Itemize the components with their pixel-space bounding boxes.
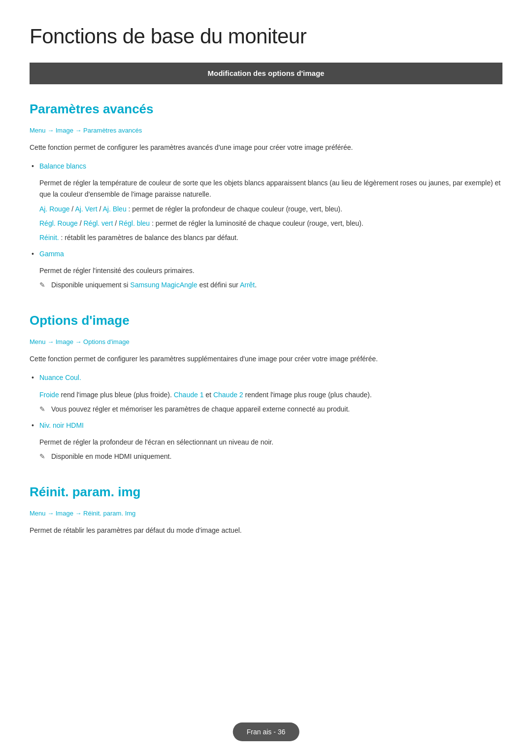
section-options-image: Options d'image Menu → Image → Options d… (30, 310, 502, 462)
balance-blancs-content: Permet de régler la température de coule… (39, 177, 502, 243)
aj-rouge-link[interactable]: Aj. Rouge (39, 205, 69, 213)
line3-suffix: : rétablit les paramètres de balance des… (59, 234, 238, 241)
froide-link[interactable]: Froide (39, 391, 59, 399)
gamma-description: Permet de régler l'intensité des couleur… (39, 265, 502, 276)
line1-suffix: : permet de régler la profondeur de chaq… (127, 205, 342, 213)
bullet-gamma: Gamma (30, 248, 502, 259)
regl-rouge-link[interactable]: Régl. Rouge (39, 219, 78, 227)
parametres-avances-breadcrumb: Menu → Image → Paramètres avancés (30, 126, 502, 136)
nuance-coul-line1: Froide rend l'image plus bleue (plus fro… (39, 389, 502, 401)
samsung-magic-angle-link[interactable]: Samsung MagicAngle (130, 281, 197, 289)
niv-noir-hdmi-content: Permet de régler la profondeur de l'écra… (39, 437, 502, 462)
reinit-title: Réinit. param. img (30, 482, 502, 503)
niv-noir-hdmi-link[interactable]: Niv. noir HDMI (39, 421, 84, 429)
nuance-coul-link[interactable]: Nuance Coul. (39, 374, 81, 381)
reinit-breadcrumb: Menu → Image → Réinit. param. Img (30, 509, 502, 519)
chaude1-link[interactable]: Chaude 1 (174, 391, 204, 399)
section-parametres-avances: Paramètres avancés Menu → Image → Paramè… (30, 99, 502, 291)
niv-noir-bullets: Niv. noir HDMI (30, 420, 502, 431)
niv-noir-description: Permet de régler la profondeur de l'écra… (39, 437, 502, 448)
gamma-content: Permet de régler l'intensité des couleur… (39, 265, 502, 291)
line2-suffix: : permet de régler la luminosité de chaq… (150, 219, 363, 227)
regl-vert-link[interactable]: Régl. vert (84, 219, 113, 227)
page-title: Fonctions de base du moniteur (30, 20, 502, 53)
niv-noir-note: Disponible en mode HDMI uniquement. (39, 451, 502, 462)
options-image-breadcrumb: Menu → Image → Options d'image (30, 337, 502, 347)
reinit-balance-link[interactable]: Réinit. (39, 234, 59, 241)
balance-blancs-description: Permet de régler la température de coule… (39, 177, 502, 200)
page-footer: Fran ais - 36 (233, 722, 299, 741)
aj-bleu-link[interactable]: Aj. Bleu (102, 205, 126, 213)
reinit-description: Permet de rétablir les paramètres par dé… (30, 525, 502, 536)
options-bullets: Nuance Coul. (30, 372, 502, 383)
options-image-intro: Cette fonction permet de configurer les … (30, 353, 502, 364)
bullet-niv-noir-hdmi: Niv. noir HDMI (30, 420, 502, 431)
parametres-avances-intro: Cette fonction permet de configurer les … (30, 142, 502, 153)
aj-vert-link[interactable]: Aj. Vert (75, 205, 97, 213)
balance-blancs-link[interactable]: Balance blancs (39, 162, 86, 170)
gamma-note: Disponible uniquement si Samsung MagicAn… (39, 279, 502, 291)
parametres-avances-title: Paramètres avancés (30, 99, 502, 120)
gamma-bullets: Gamma (30, 248, 502, 259)
options-image-title: Options d'image (30, 310, 502, 331)
balance-blancs-line1: Aj. Rouge / Aj. Vert / Aj. Bleu : permet… (39, 204, 502, 215)
bullet-balance-blancs: Balance blancs (30, 161, 502, 172)
section-reinit: Réinit. param. img Menu → Image → Réinit… (30, 482, 502, 536)
balance-blancs-line2: Régl. Rouge / Régl. vert / Régl. bleu : … (39, 218, 502, 229)
parametres-bullets: Balance blancs (30, 161, 502, 172)
nuance-coul-note: Vous pouvez régler et mémoriser les para… (39, 404, 502, 415)
gamma-link[interactable]: Gamma (39, 250, 64, 258)
balance-blancs-line3: Réinit. : rétablit les paramètres de bal… (39, 232, 502, 243)
chaude2-link[interactable]: Chaude 2 (213, 391, 243, 399)
arret-link[interactable]: Arrêt (240, 281, 255, 289)
bullet-nuance-coul: Nuance Coul. (30, 372, 502, 383)
regl-bleu-link[interactable]: Régl. bleu (119, 219, 150, 227)
nuance-coul-content: Froide rend l'image plus bleue (plus fro… (39, 389, 502, 415)
section-header-bar: Modification des options d'image (30, 63, 502, 84)
